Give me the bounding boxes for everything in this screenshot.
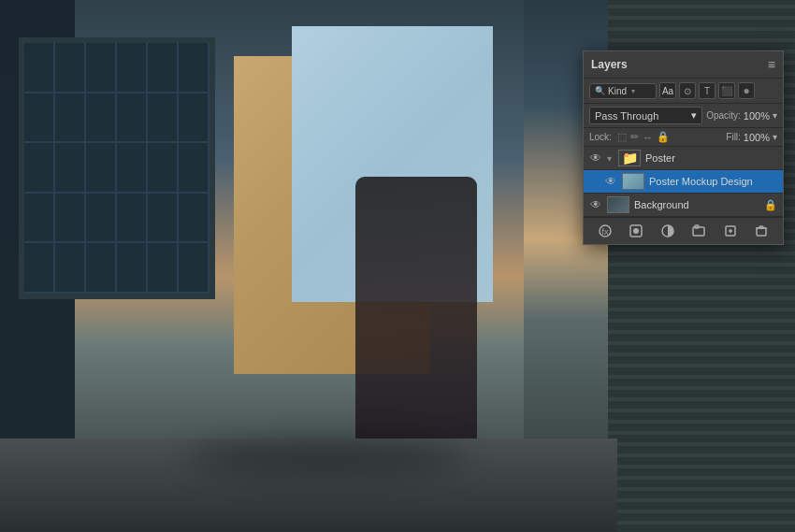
opacity-value[interactable]: 100%	[744, 110, 770, 122]
fill-chevron: ▾	[773, 132, 777, 142]
shadow	[187, 439, 468, 476]
lock-label: Lock:	[589, 132, 612, 142]
add-layer-btn[interactable]	[721, 222, 740, 240]
svg-text:fx: fx	[601, 227, 609, 237]
add-style-btn[interactable]: fx	[596, 222, 614, 240]
layer-thumbnail: 📁	[618, 150, 641, 166]
svg-rect-10	[757, 228, 766, 236]
blend-mode-dropdown[interactable]: Pass Through ▾	[589, 107, 702, 124]
panel-bottom-toolbar: fx	[584, 217, 783, 244]
search-icon: 🔍	[595, 86, 605, 95]
lock-icons: ⬚ ✏ ↔ 🔒	[617, 131, 670, 143]
filter-kind-label: Kind	[608, 86, 627, 96]
opacity-chevron: ▾	[773, 110, 777, 121]
filter-chevron: ▾	[631, 87, 635, 95]
window-area	[19, 37, 215, 299]
visibility-toggle[interactable]: 👁	[589, 151, 602, 165]
layer-thumbnail	[607, 196, 629, 213]
svg-rect-12	[759, 226, 763, 228]
svg-point-3	[633, 228, 639, 234]
filter-effect-btn[interactable]: ⊙	[679, 82, 696, 99]
person-figure	[355, 177, 477, 476]
fill-label: Fill:	[726, 132, 741, 142]
add-group-btn[interactable]	[689, 222, 708, 240]
layer-list: 👁 ▾ 📁 Poster 👁 Poster Mockup Design 👁 Ba…	[584, 147, 783, 217]
delete-layer-btn[interactable]	[752, 222, 771, 240]
blend-opacity-row: Pass Through ▾ Opacity: 100% ▾	[584, 104, 783, 128]
panel-title: Layers	[591, 58, 628, 71]
filter-type-btn[interactable]: Aa	[659, 82, 676, 99]
layer-name: Poster	[645, 152, 777, 164]
lock-all-btn[interactable]: 🔒	[657, 131, 670, 143]
lock-row: Lock: ⬚ ✏ ↔ 🔒 Fill: 100% ▾	[584, 128, 783, 147]
add-adjustment-btn[interactable]	[658, 222, 677, 240]
panel-header: Layers ≡	[584, 51, 783, 79]
filter-shape-btn[interactable]: ⬛	[718, 82, 735, 99]
expand-arrow[interactable]: ▾	[607, 153, 612, 164]
layer-name: Poster Mockup Design	[649, 176, 777, 187]
filter-smart-btn[interactable]: ●	[738, 82, 755, 99]
filter-bar: 🔍 Kind ▾ Aa ⊙ T ⬛ ●	[584, 79, 783, 104]
fill-value[interactable]: 100%	[744, 132, 770, 143]
filter-search-dropdown[interactable]: 🔍 Kind ▾	[589, 83, 657, 99]
filter-text-btn[interactable]: T	[699, 82, 716, 99]
blend-chevron: ▾	[691, 109, 697, 122]
layer-thumbnail	[622, 173, 644, 190]
blend-mode-label: Pass Through	[595, 110, 658, 122]
visibility-toggle[interactable]: 👁	[604, 175, 617, 188]
layer-name: Background	[634, 199, 759, 210]
layer-row[interactable]: 👁 Poster Mockup Design	[584, 170, 783, 194]
lock-badge: 🔒	[764, 199, 777, 211]
layers-panel: Layers ≡ 🔍 Kind ▾ Aa ⊙ T ⬛ ● Pass Throug…	[583, 50, 784, 245]
opacity-label: Opacity:	[706, 110, 741, 121]
fill-section: Fill: 100% ▾	[726, 132, 777, 143]
lock-pixels-btn[interactable]: ⬚	[617, 131, 627, 143]
layer-row[interactable]: 👁 Background 🔒	[584, 194, 783, 217]
layer-row[interactable]: 👁 ▾ 📁 Poster	[584, 147, 783, 170]
add-mask-btn[interactable]	[627, 222, 645, 240]
lock-position-btn[interactable]: ✏	[630, 131, 639, 143]
visibility-toggle[interactable]: 👁	[589, 198, 602, 211]
folder-icon: 📁	[622, 151, 638, 165]
opacity-section: Opacity: 100% ▾	[706, 110, 777, 122]
lock-artboard-btn[interactable]: ↔	[643, 132, 653, 143]
panel-menu-icon[interactable]: ≡	[768, 57, 775, 72]
